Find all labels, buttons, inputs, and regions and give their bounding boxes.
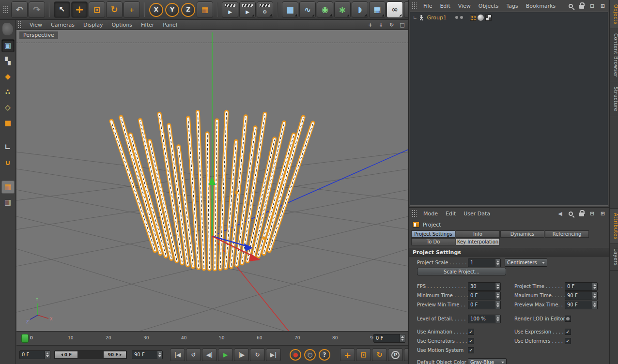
- add-spline-button[interactable]: ∿: [299, 1, 316, 18]
- toggle-view-icon[interactable]: □: [398, 21, 406, 29]
- timeline-frame-stepper[interactable]: [400, 334, 405, 342]
- stack-icon[interactable]: ⊟: [588, 210, 596, 218]
- lock-y-button[interactable]: Y: [165, 3, 179, 17]
- tab-key-interpolation[interactable]: Key Interpolation: [456, 238, 500, 245]
- tab-dynamics[interactable]: Dynamics: [500, 230, 544, 238]
- rotate-tool-button[interactable]: ↻: [372, 349, 387, 361]
- view-label[interactable]: Perspective: [19, 31, 58, 39]
- viewport-menu-panel[interactable]: Panel: [158, 22, 182, 28]
- am-menu-mode[interactable]: Mode: [419, 211, 442, 217]
- tab-info[interactable]: Info: [456, 230, 500, 238]
- end-frame-stepper[interactable]: [157, 351, 162, 359]
- side-tab-layers[interactable]: Layers: [610, 244, 618, 271]
- matrix-tag-icon[interactable]: [470, 15, 476, 21]
- project-time-stepper[interactable]: [592, 283, 597, 290]
- history-back-icon[interactable]: ◀: [556, 210, 564, 218]
- minimum-time-stepper[interactable]: [495, 292, 500, 300]
- tab-to-do[interactable]: To Do: [411, 238, 455, 245]
- viewport-menu-options[interactable]: Options: [108, 22, 137, 28]
- fps-field[interactable]: 30: [468, 282, 501, 291]
- scale-tool-button[interactable]: ⊡: [89, 1, 105, 18]
- object-tree[interactable]: ∟ Group1: [410, 12, 608, 206]
- lock-icon[interactable]: [577, 2, 586, 10]
- side-tab-content-browser[interactable]: Content Browser: [610, 29, 618, 82]
- range-start-handle[interactable]: 0 F: [55, 351, 77, 358]
- new-panel-icon[interactable]: ⊞: [599, 210, 607, 218]
- move-tool-button[interactable]: +: [340, 349, 355, 361]
- goto-start-button[interactable]: |◀: [170, 349, 185, 361]
- add-deformer-button[interactable]: ◗: [352, 1, 368, 18]
- lock-x-button[interactable]: X: [149, 3, 163, 17]
- goto-end-button[interactable]: ▶|: [266, 349, 281, 361]
- end-frame-field[interactable]: 90 F: [132, 350, 163, 359]
- timeline-marker[interactable]: [21, 334, 29, 343]
- phong-tag-icon[interactable]: [478, 15, 484, 21]
- am-menu-user-data[interactable]: User Data: [460, 211, 494, 217]
- texture-axis-button[interactable]: ▥: [1, 196, 15, 209]
- attribute-manager-drag-handle[interactable]: [412, 210, 417, 217]
- lock-z-button[interactable]: Z: [181, 3, 195, 17]
- panel-icon[interactable]: ⊟: [588, 2, 596, 10]
- project-scale-unit-dropdown[interactable]: Centimeters: [505, 258, 547, 267]
- om-menu-edit[interactable]: Edit: [436, 3, 454, 9]
- tree-item-group1[interactable]: ∟ Group1: [410, 13, 608, 22]
- next-frame-button[interactable]: |▶: [234, 349, 249, 361]
- polygons-mode-button[interactable]: ■: [1, 117, 15, 130]
- add-generator-button[interactable]: ◉: [317, 1, 333, 18]
- range-end-handle[interactable]: 90 F: [104, 351, 126, 358]
- current-frame-stepper[interactable]: [45, 351, 50, 359]
- search-icon[interactable]: [567, 2, 575, 10]
- side-tab-attributes[interactable]: Attributes: [610, 209, 618, 244]
- current-frame-field[interactable]: 0 F: [19, 350, 50, 359]
- points-mode-button[interactable]: ∴: [1, 86, 15, 99]
- preview-min-time-field[interactable]: 0 F: [468, 301, 501, 309]
- snap-button[interactable]: ∪: [1, 156, 15, 169]
- am-menu-edit[interactable]: Edit: [442, 211, 460, 217]
- add-environment-button[interactable]: ▦: [369, 1, 386, 18]
- side-tab-objects[interactable]: Objects: [610, 0, 618, 29]
- render-view-button[interactable]: ▶: [222, 1, 238, 18]
- visibility-dots[interactable]: [455, 16, 463, 19]
- autokey-button[interactable]: ○: [304, 349, 316, 361]
- preview-max-time-field[interactable]: 90 F: [565, 301, 598, 309]
- keyframe-selection-button[interactable]: ?: [319, 349, 330, 361]
- timeline-ruler[interactable]: 0102030405060708090 0 F: [16, 331, 408, 345]
- tab-project-settings[interactable]: Project Settings: [411, 230, 455, 238]
- tab-referencing[interactable]: Referencing: [545, 230, 589, 238]
- play-button[interactable]: ▶: [218, 349, 233, 361]
- coordinate-system-button[interactable]: ▦: [197, 1, 213, 18]
- undo-button[interactable]: ↶: [11, 1, 28, 18]
- display-tag-icon[interactable]: [485, 15, 492, 21]
- project-scale-field[interactable]: 1: [468, 258, 501, 267]
- perspective-viewport[interactable]: YXZ Perspective: [16, 30, 408, 331]
- record-button[interactable]: ●: [290, 349, 301, 361]
- last-tool-button[interactable]: +: [124, 1, 140, 18]
- om-menu-tags[interactable]: Tags: [502, 3, 522, 9]
- scale-project-button[interactable]: Scale Project...: [417, 268, 506, 275]
- add-panel-icon[interactable]: ⊞: [599, 2, 607, 10]
- pan-camera-icon[interactable]: +: [366, 21, 374, 29]
- scale-tool-button[interactable]: ⊡: [356, 349, 371, 361]
- timeline-frame-field[interactable]: 0 F: [373, 334, 405, 343]
- move-tool-button[interactable]: +: [71, 1, 88, 18]
- project-time-field[interactable]: 0 F: [565, 282, 598, 291]
- maximum-time-stepper[interactable]: [592, 292, 597, 300]
- rotate-tool-button[interactable]: ↻: [106, 1, 123, 18]
- preview-range-slider[interactable]: 0 F 90 F: [54, 350, 127, 359]
- level-of-detail-field[interactable]: 100 %: [468, 315, 501, 323]
- om-menu-objects[interactable]: Objects: [475, 3, 503, 9]
- preview-min-time-stepper[interactable]: [495, 301, 500, 309]
- viewport-menu-cameras[interactable]: Cameras: [46, 22, 79, 28]
- render-visibility-dot[interactable]: [460, 16, 463, 19]
- viewport-menu-filter[interactable]: Filter: [137, 22, 158, 28]
- viewport-drag-handle[interactable]: [17, 21, 22, 29]
- om-menu-view[interactable]: View: [454, 3, 475, 9]
- preview-max-time-stepper[interactable]: [592, 301, 597, 309]
- use-animation-checkbox[interactable]: ✓: [468, 329, 474, 335]
- maximum-time-field[interactable]: 90 F: [565, 291, 598, 300]
- default-object-color-dropdown[interactable]: Gray-Blue: [468, 358, 507, 364]
- side-tab-structure[interactable]: Structure: [610, 82, 618, 116]
- project-scale-stepper[interactable]: [495, 259, 500, 267]
- viewport-menu-display[interactable]: Display: [79, 22, 108, 28]
- viewport-menu-view[interactable]: View: [25, 22, 46, 28]
